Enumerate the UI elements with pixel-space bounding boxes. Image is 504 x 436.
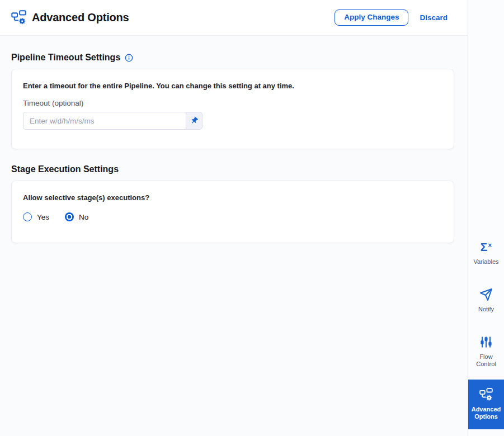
radio-no-label: No <box>79 213 88 221</box>
pipeline-gear-icon <box>479 388 493 401</box>
sidebar-item-flow-control[interactable]: Flow Control <box>468 324 504 379</box>
timeout-description: Enter a timeout for the entire Pipeline.… <box>23 82 442 90</box>
pipeline-timeout-heading: Pipeline Timeout Settings <box>11 53 454 63</box>
pin-icon <box>190 116 199 125</box>
selective-stages-radio-group: Yes No <box>23 212 442 221</box>
header-actions: Apply Changes Discard <box>335 10 448 25</box>
right-toolbar: Σ× Variables Notify <box>468 0 504 436</box>
radio-yes-label: Yes <box>37 213 49 221</box>
sidebar-item-label: Notify <box>478 306 494 313</box>
timeout-input-row <box>23 112 442 130</box>
stage-execution-card: Allow selective stage(s) executions? Yes… <box>11 181 454 243</box>
sidebar-item-variables[interactable]: Σ× Variables <box>468 229 504 277</box>
stage-execution-heading: Stage Execution Settings <box>11 164 454 174</box>
apply-changes-button[interactable]: Apply Changes <box>335 10 408 25</box>
timeout-field-label: Timeout (optional) <box>23 99 442 107</box>
radio-option-yes[interactable]: Yes <box>23 212 49 221</box>
radio-no[interactable] <box>65 212 74 221</box>
panel-header: Advanced Options Apply Changes Discard <box>0 0 468 36</box>
sidebar-item-label: Variables <box>473 258 498 266</box>
selective-stages-question: Allow selective stage(s) executions? <box>23 193 442 202</box>
value-type-pin-button[interactable] <box>186 112 202 130</box>
advanced-options-panel: Advanced Options Apply Changes Discard P… <box>0 0 504 436</box>
pipeline-timeout-heading-label: Pipeline Timeout Settings <box>11 53 120 63</box>
sidebar-item-notify[interactable]: Notify <box>468 277 504 324</box>
info-icon[interactable] <box>125 54 133 62</box>
paper-plane-icon <box>479 288 493 301</box>
sidebar-item-advanced-options[interactable]: Advanced Options <box>468 380 504 429</box>
stage-execution-heading-label: Stage Execution Settings <box>11 164 119 174</box>
discard-link[interactable]: Discard <box>420 13 448 22</box>
sidebar-item-label: Flow Control <box>469 353 503 368</box>
sliders-icon <box>479 335 493 349</box>
timeout-input[interactable] <box>23 112 186 130</box>
radio-option-no[interactable]: No <box>65 212 88 221</box>
page-body: Pipeline Timeout Settings Enter a timeou… <box>0 36 468 436</box>
sigma-x-icon: Σ× <box>481 240 492 254</box>
radio-yes[interactable] <box>23 212 32 221</box>
page-title: Advanced Options <box>32 11 129 24</box>
sidebar-item-label: Advanced Options <box>469 406 503 420</box>
pipeline-gear-icon <box>11 10 26 25</box>
main-column: Advanced Options Apply Changes Discard P… <box>0 0 468 436</box>
pipeline-timeout-card: Enter a timeout for the entire Pipeline.… <box>11 69 454 149</box>
